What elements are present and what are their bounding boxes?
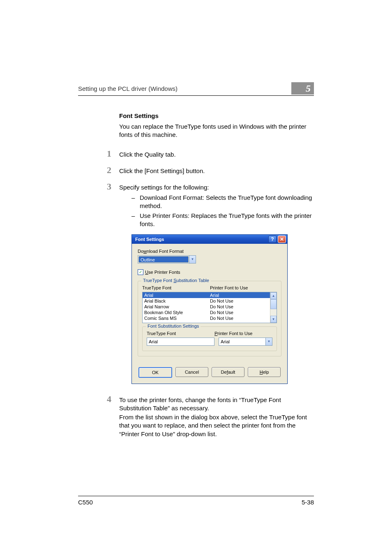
scroll-up-button[interactable]: ▲ [270,292,277,299]
column-header-truetype: TrueType Font [142,285,210,290]
step-sub-item: –Use Printer Fonts: Replaces the TrueTyp… [131,212,314,229]
use-printer-fonts-checkbox[interactable]: ✓ Use Printer Fonts [138,269,281,275]
ok-button[interactable]: OK [138,367,172,378]
dropdown-selected-value: Arial [219,338,265,345]
font-substitution-settings-group: Font Substitution Settings TrueType Font… [142,326,277,351]
step-text: Click the Quality tab. [119,150,176,159]
list-item[interactable]: Comic Sans MSDo Not Use [143,315,270,321]
truetype-font-display: Arial [147,338,214,346]
section-heading: Font Settings [119,112,314,119]
list-item[interactable]: Arial NarrowDo Not Use [143,304,270,310]
step-follow-text: From the list shown in the dialog box ab… [119,413,314,438]
chapter-number-tab: 5 [291,82,314,95]
label-truetype-font: TrueType Font [147,331,214,336]
group-legend: Font Substitution Settings [146,324,201,328]
chevron-down-icon: ▼ [265,338,272,345]
label-printer-font-to-use: Printer Font to Use [214,331,272,336]
cancel-button[interactable]: Cancel [175,367,208,377]
dropdown-selected-value: Outline [138,256,189,263]
dialog-title: Font Settings [135,237,164,242]
step-number: 1 [107,148,119,159]
printer-font-dropdown[interactable]: Arial ▼ [219,338,272,346]
scroll-thumb[interactable] [270,299,277,309]
step-text: Click the [Font Settings] button. [119,167,205,175]
scroll-down-button[interactable]: ▼ [270,316,277,323]
substitution-listbox[interactable]: ArialArial Arial BlackDo Not Use Arial N… [142,292,277,323]
sub-text: Download Font Format: Selects the TrueTy… [140,194,314,210]
running-head-title: Setting up the PCL driver (Windows) [78,85,178,95]
step-number: 4 [107,394,119,405]
titlebar-help-button[interactable]: ? [268,236,277,243]
step-number: 3 [107,181,119,192]
download-font-format-label: Download Font Format [138,249,281,254]
default-button[interactable]: Default [212,367,244,377]
intro-paragraph: You can replace the TrueType fonts used … [119,123,314,139]
list-item[interactable]: Bookman Old StyleDo Not Use [143,310,270,315]
checkbox-label: Use Printer Fonts [145,270,180,275]
list-item[interactable]: Arial BlackDo Not Use [143,298,270,304]
dialog-titlebar: Font Settings ? ✕ [132,235,287,244]
group-legend: TrueType Font Substitution Table [141,278,211,283]
step-text: Specify settings for the following: [119,183,209,192]
help-button[interactable]: Help [248,367,281,377]
footer-right: 5-38 [302,499,314,506]
substitution-table-group: TrueType Font Substitution Table TrueTyp… [138,281,281,356]
scrollbar[interactable]: ▲ ▼ [270,292,277,323]
step-text: To use the printer fonts, change the fon… [119,396,314,413]
step-number: 2 [107,165,119,176]
titlebar-close-button[interactable]: ✕ [278,236,286,243]
list-item[interactable]: ArialArial [143,292,270,298]
sub-text: Use Printer Fonts: Replaces the TrueType… [140,212,314,229]
font-settings-dialog: Font Settings ? ✕ Download Font Format O… [131,234,288,384]
chevron-down-icon: ▼ [189,256,196,263]
footer-left: C550 [78,499,93,506]
download-font-format-dropdown[interactable]: Outline ▼ [138,255,196,264]
checkbox-icon: ✓ [138,269,143,275]
column-header-printer-font: Printer Font to Use [210,285,277,290]
step-sub-item: –Download Font Format: Selects the TrueT… [131,194,314,210]
